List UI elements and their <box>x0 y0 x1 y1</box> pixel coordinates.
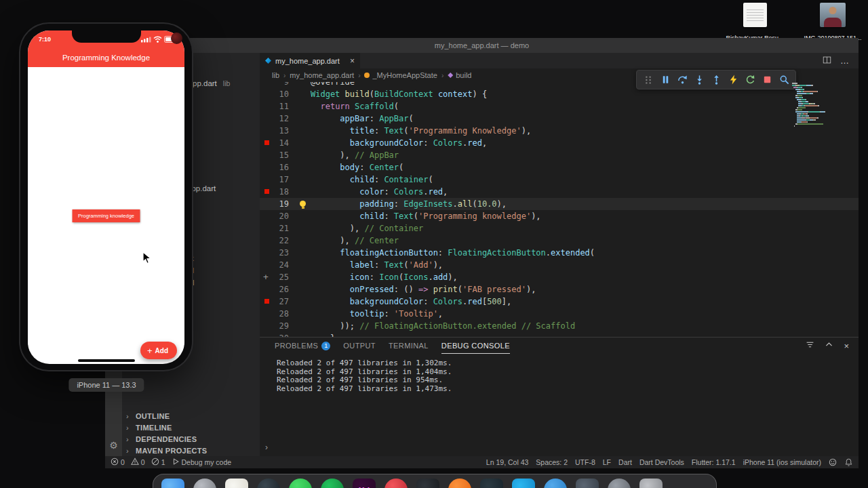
status-iphone-11-ios-simulator-[interactable]: iPhone 11 (ios simulator) <box>743 458 821 466</box>
settings-gear-icon[interactable]: ⚙ <box>105 440 122 451</box>
code-line-28[interactable]: 28 tooltip: 'Tooltip', <box>260 308 859 320</box>
record-dot <box>171 33 182 44</box>
status-utf-8[interactable]: UTF-8 <box>575 458 595 466</box>
code-line-16[interactable]: 16 body: Center( <box>260 161 859 174</box>
dock-icon-gray-sphere-app[interactable] <box>193 479 216 488</box>
added-marker-icon[interactable]: + <box>263 271 269 283</box>
filter-icon[interactable] <box>806 340 814 351</box>
status-lf[interactable]: LF <box>603 458 611 466</box>
chevron-up-icon[interactable] <box>825 340 833 351</box>
dock-icon-flutter[interactable] <box>512 479 535 488</box>
dock-icon-dark-ide[interactable] <box>416 479 439 488</box>
fab-add-button[interactable]: + Add <box>140 342 177 359</box>
dock-icon-browser-globe[interactable] <box>257 479 280 488</box>
breadcrumb-item[interactable]: _MyHomeAppState <box>364 71 437 79</box>
code-line-27[interactable]: 27 backgroundColor: Colors.red[500], <box>260 296 859 308</box>
dock-icon-steel-app[interactable] <box>576 479 599 488</box>
container-widget[interactable]: Programming knowledge <box>72 209 140 222</box>
code-line-14[interactable]: 14 backgroundColor: Colors.red, <box>260 137 859 149</box>
dock-icon-adobe-xd[interactable]: Xd <box>353 479 376 488</box>
code-line-19[interactable]: 19 padding: EdgeInsets.all(10.0), <box>260 198 859 210</box>
more-actions-icon[interactable]: … <box>840 56 849 66</box>
pause-icon[interactable] <box>660 75 671 85</box>
code-line-29[interactable]: 29 )); // FloatingActionButton.extended … <box>260 320 859 332</box>
status-dart[interactable]: Dart <box>618 458 632 466</box>
dock-icon-telegram[interactable] <box>544 479 567 488</box>
dock-icon-notes[interactable] <box>225 479 248 488</box>
sidebar-section-dependencies[interactable]: ›DEPENDENCIES <box>126 434 260 445</box>
code-line-30[interactable]: 30 } <box>260 332 859 337</box>
panel-tab-terminal[interactable]: TERMINAL <box>389 338 429 354</box>
smiley-icon[interactable] <box>829 458 837 466</box>
lightbulb-icon[interactable] <box>300 201 306 207</box>
hot-reload-icon[interactable] <box>728 75 738 85</box>
dock-icon-pycharm[interactable] <box>384 479 408 488</box>
code-line-26[interactable]: 26 onPressed: () => print('FAB pressed')… <box>260 283 859 296</box>
modified-marker-icon[interactable] <box>264 189 269 194</box>
status-flutter-1-17-1[interactable]: Flutter: 1.17.1 <box>692 458 736 466</box>
code-text: appBar: AppBar( <box>311 113 414 125</box>
code-line-18[interactable]: 18 color: Colors.red, <box>260 186 859 198</box>
minimap[interactable] <box>792 83 854 127</box>
line-number: 30 <box>260 332 289 337</box>
code-line-12[interactable]: 12 appBar: AppBar( <box>260 113 859 125</box>
code-line-20[interactable]: 20 child: Text('Programming knowledge'), <box>260 210 859 222</box>
code-line-10[interactable]: 10Widget build(BuildContext context) { <box>260 88 859 100</box>
dock-icon-rubymine[interactable] <box>448 479 471 488</box>
code-line-24[interactable]: 24 label: Text('Add'), <box>260 259 859 271</box>
panel-close-icon[interactable]: × <box>844 341 849 351</box>
line-number: 17 <box>260 174 289 186</box>
status-dart-devtools[interactable]: Dart DevTools <box>639 458 684 466</box>
step-over-icon[interactable] <box>677 75 688 85</box>
sidebar-section-timeline[interactable]: ›TIMELINE <box>126 422 260 434</box>
chevron-right-icon[interactable]: › <box>265 443 268 452</box>
line-number: 10 <box>260 88 289 100</box>
modified-marker-icon[interactable] <box>264 299 269 304</box>
tab-close-icon[interactable]: × <box>350 56 355 66</box>
status-warning[interactable]: 0 <box>131 458 145 467</box>
desktop-file-document-icon[interactable] <box>743 3 767 27</box>
code-line-15[interactable]: 15 ), // AppBar <box>260 149 859 161</box>
explorer-file-item[interactable]: pp.dartlib <box>193 79 230 88</box>
dock-icon-media-app[interactable] <box>608 479 631 488</box>
dock-icon-finder[interactable] <box>161 479 184 488</box>
modified-marker-icon[interactable] <box>264 140 269 145</box>
status-error[interactable]: 0 <box>111 458 125 467</box>
step-out-icon[interactable] <box>711 75 722 85</box>
inspect-icon[interactable] <box>778 75 789 85</box>
code-line-21[interactable]: 21 ), // Container <box>260 222 859 235</box>
panel-tab-problems[interactable]: PROBLEMS1 <box>275 338 330 354</box>
split-editor-icon[interactable] <box>823 56 831 66</box>
sidebar-section-outline[interactable]: ›OUTLINE <box>126 411 260 422</box>
restart-icon[interactable] <box>745 75 755 85</box>
code-line-22[interactable]: 22 ), // Center <box>260 235 859 247</box>
tab-my-home-app-dart[interactable]: my_home_app.dart × <box>260 53 360 68</box>
breadcrumb-item[interactable]: my_home_app.dart <box>290 71 354 79</box>
dock-icon-android-studio[interactable]: ▲ <box>480 479 503 488</box>
window-titlebar[interactable]: my_home_app.dart — demo <box>105 38 859 53</box>
code-line-11[interactable]: 11 return Scaffold( <box>260 100 859 113</box>
code-line-17[interactable]: 17 child: Container( <box>260 174 859 186</box>
breadcrumb-item[interactable]: build <box>448 71 471 79</box>
bell-icon[interactable] <box>844 458 853 467</box>
status-ln-19-col-43[interactable]: Ln 19, Col 43 <box>486 458 528 466</box>
status-play[interactable]: Debug my code <box>172 458 232 467</box>
status-spaces-2[interactable]: Spaces: 2 <box>536 458 568 466</box>
dock-icon-trash[interactable] <box>639 479 663 488</box>
dock-icon-whatsapp[interactable] <box>289 479 312 488</box>
status-circle-slash[interactable]: 1 <box>151 458 165 467</box>
code-line-25[interactable]: +25 icon: Icon(Icons.add), <box>260 271 859 283</box>
sidebar-section-maven-projects[interactable]: ›MAVEN PROJECTS <box>126 445 260 457</box>
code-line-13[interactable]: 13 title: Text('Programming Knowledge'), <box>260 125 859 137</box>
breadcrumb-item[interactable]: lib <box>272 71 279 79</box>
desktop-file-photo-icon[interactable] <box>820 3 846 27</box>
code-line-23[interactable]: 23 floatingActionButton: FloatingActionB… <box>260 247 859 259</box>
step-into-icon[interactable] <box>694 75 705 85</box>
panel-tab-output[interactable]: OUTPUT <box>343 338 376 354</box>
panel-tab-debug-console[interactable]: DEBUG CONSOLE <box>441 338 510 354</box>
line-number: 26 <box>260 283 289 296</box>
code-editor[interactable]: 9@override10Widget build(BuildContext co… <box>260 82 859 337</box>
code-text: @override <box>311 82 355 88</box>
dock-icon-spotify[interactable] <box>321 479 344 488</box>
stop-icon[interactable] <box>762 75 772 85</box>
